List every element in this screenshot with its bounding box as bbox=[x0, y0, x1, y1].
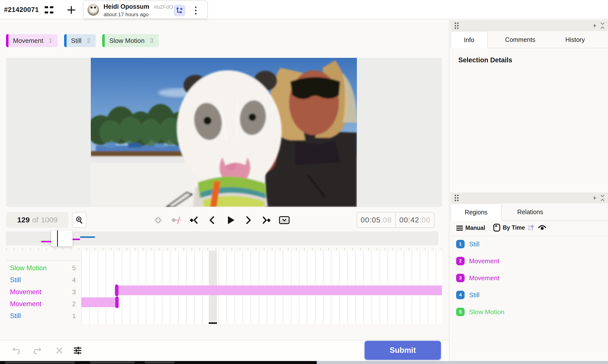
track-labels-panel: Slow Motion 5 Still 4 Movement 3 Movemen… bbox=[6, 260, 81, 323]
tab-history[interactable]: History bbox=[555, 31, 595, 48]
minimap-viewport[interactable] bbox=[51, 230, 73, 246]
submit-button[interactable]: Submit bbox=[365, 341, 441, 360]
minimap-playhead[interactable] bbox=[57, 230, 58, 246]
track-number: 5 bbox=[72, 264, 76, 272]
label-color-bar bbox=[6, 34, 8, 47]
tab-info[interactable]: Info bbox=[450, 31, 488, 48]
region-bar-movement-2[interactable] bbox=[81, 297, 116, 307]
tab-relations[interactable]: Relations bbox=[510, 203, 550, 221]
region-number-badge: 2 bbox=[456, 257, 465, 265]
settings-sliders-icon[interactable] bbox=[72, 345, 83, 356]
label-chip-text: Still bbox=[71, 37, 82, 45]
annotation-card[interactable]: Heidi Opossum #bZFdO about 17 hours ago bbox=[83, 0, 208, 19]
toggle-visibility-button[interactable] bbox=[538, 225, 546, 231]
drag-handle-icon[interactable] bbox=[455, 195, 459, 201]
total-frames: 1009 bbox=[41, 216, 58, 224]
region-item-1[interactable]: 1 Still bbox=[456, 240, 480, 248]
region-item-2[interactable]: 2 Movement bbox=[456, 257, 499, 265]
region-label: Movement bbox=[469, 257, 499, 265]
region-label: Movement bbox=[469, 274, 499, 282]
regions-toolbar: Manual By Time bbox=[450, 221, 608, 236]
play-icon[interactable] bbox=[225, 214, 236, 226]
order-by-time-button[interactable]: By Time bbox=[493, 224, 534, 232]
label-chip-text: Slow Motion bbox=[109, 37, 145, 45]
video-letterbox bbox=[6, 58, 442, 207]
label-hotkey: 3 bbox=[150, 37, 153, 44]
tab-regions[interactable]: Regions bbox=[450, 203, 502, 221]
frame-ruler[interactable] bbox=[6, 248, 442, 250]
add-annotation-icon[interactable] bbox=[67, 5, 76, 14]
label-color-bar bbox=[102, 34, 105, 47]
current-time: 00:05 :08 bbox=[357, 212, 396, 227]
collapse-panel-icon[interactable] bbox=[600, 194, 605, 201]
track-row-still[interactable]: Still 4 bbox=[6, 274, 81, 286]
drag-handle-icon[interactable] bbox=[455, 22, 459, 29]
order-by-time-label: By Time bbox=[503, 224, 525, 231]
playhead-seek-handle[interactable] bbox=[209, 322, 217, 324]
region-number-badge: 3 bbox=[456, 274, 465, 282]
region-bar-end-handle[interactable] bbox=[115, 296, 119, 308]
panel-divider[interactable] bbox=[449, 19, 449, 361]
group-manual-button[interactable]: Manual bbox=[456, 225, 485, 231]
timeline-grid[interactable] bbox=[81, 251, 442, 324]
track-row-still[interactable]: Still 1 bbox=[6, 310, 81, 322]
tab-comments[interactable]: Comments bbox=[498, 31, 543, 48]
region-label: Still bbox=[469, 240, 480, 248]
timeline-minimap[interactable] bbox=[6, 231, 438, 245]
region-item-5[interactable]: 5 Slow Motion bbox=[456, 308, 505, 316]
toggle-interpolation-icon[interactable] bbox=[171, 214, 182, 226]
video-frame[interactable] bbox=[91, 58, 357, 207]
eye-icon bbox=[538, 225, 546, 231]
user-name: Heidi Opossum bbox=[103, 3, 149, 10]
track-row-movement[interactable]: Movement 3 bbox=[6, 286, 81, 298]
regions-panel-header bbox=[450, 192, 608, 203]
track-row-movement[interactable]: Movement 2 bbox=[6, 298, 81, 310]
task-id: #21420071 bbox=[4, 6, 39, 14]
region-bar-start-handle[interactable] bbox=[115, 284, 118, 296]
expand-panel-icon[interactable] bbox=[593, 23, 597, 28]
next-keyframe-icon[interactable] bbox=[260, 214, 272, 226]
frame-of-label: of bbox=[32, 216, 38, 224]
zoom-in-button[interactable] bbox=[72, 212, 87, 228]
frame-counter[interactable]: 129 of 1009 bbox=[6, 212, 69, 228]
label-chip-movement[interactable]: Movement 1 bbox=[6, 34, 58, 47]
add-keyframe-icon[interactable] bbox=[152, 214, 164, 226]
background-video-bar bbox=[0, 361, 317, 364]
avatar bbox=[88, 4, 99, 16]
sort-asc-icon bbox=[527, 224, 534, 231]
region-number-badge: 1 bbox=[456, 240, 465, 248]
info-panel-header bbox=[450, 20, 608, 31]
region-label: Slow Motion bbox=[469, 308, 505, 316]
region-label: Still bbox=[469, 291, 480, 299]
kebab-menu-icon[interactable] bbox=[193, 4, 199, 16]
delete-region-icon[interactable] bbox=[54, 345, 65, 356]
label-color-bar bbox=[64, 34, 67, 47]
label-chip-slow-motion[interactable]: Slow Motion 3 bbox=[102, 34, 159, 47]
track-number: 2 bbox=[72, 300, 76, 308]
track-label: Still bbox=[10, 276, 21, 284]
label-chip-still[interactable]: Still 2 bbox=[64, 34, 96, 47]
track-row-slow-motion[interactable]: Slow Motion 5 bbox=[6, 262, 81, 274]
info-tabs: Info Comments History bbox=[450, 31, 608, 48]
regions-tabs: Regions Relations bbox=[450, 203, 608, 221]
total-time-frames: :00 bbox=[419, 216, 430, 224]
region-item-4[interactable]: 4 Still bbox=[456, 291, 480, 299]
redo-icon[interactable] bbox=[32, 345, 43, 356]
selection-details-heading: Selection Details bbox=[458, 56, 512, 64]
prev-frame-icon[interactable] bbox=[206, 214, 218, 226]
track-number: 4 bbox=[72, 276, 76, 284]
track-number: 1 bbox=[72, 312, 76, 320]
collapse-panel-icon[interactable] bbox=[600, 22, 605, 29]
expand-panel-icon[interactable] bbox=[593, 196, 597, 200]
prev-keyframe-icon[interactable] bbox=[189, 214, 200, 226]
next-frame-icon[interactable] bbox=[242, 214, 254, 226]
region-item-3[interactable]: 3 Movement bbox=[456, 274, 499, 282]
current-time-main: 00:05 bbox=[361, 216, 381, 224]
grid-view-icon[interactable] bbox=[44, 5, 53, 14]
undo-icon[interactable] bbox=[11, 345, 22, 356]
ground-truth-icon[interactable] bbox=[174, 5, 185, 16]
region-bar-movement-3[interactable] bbox=[118, 285, 442, 295]
toggle-timeline-panel-icon[interactable] bbox=[279, 214, 290, 226]
minimap-segment-still[interactable] bbox=[80, 236, 95, 238]
track-label: Movement bbox=[10, 300, 41, 308]
